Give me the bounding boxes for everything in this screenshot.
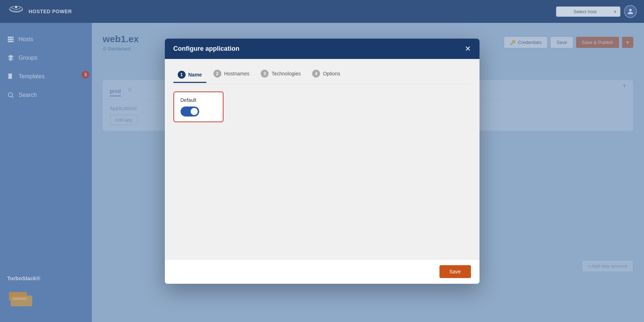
modal-close-button[interactable]: ✕ [465,45,471,52]
default-label: Default [181,97,216,103]
modal-tab-label-options: Options [323,71,340,76]
modal-tab-name[interactable]: 1 Name [173,69,206,83]
modal-tab-hostnames[interactable]: 2 Hostnames [209,68,254,80]
modal-tab-options[interactable]: 4 Options [308,68,344,80]
modal-body: 1 Name 2 Hostnames 3 Technologies 4 Opti… [165,59,480,259]
modal-header: Configure application ✕ [165,39,480,59]
modal-tab-label-name: Name [188,72,202,78]
modal-tab-technologies[interactable]: 3 Technologies [256,68,305,80]
modal-tab-num-4: 4 [312,70,320,78]
toggle-container [181,106,216,117]
modal-tab-label-technologies: Technologies [271,71,301,76]
modal-footer: Save [165,259,480,284]
modal-tab-num-2: 2 [213,70,221,78]
modal-tab-num-3: 3 [261,70,269,78]
default-card: Default [173,91,223,122]
modal-tab-label-hostnames: Hostnames [224,71,250,76]
modal-title: Configure application [173,45,240,53]
modal-save-button[interactable]: Save [439,265,471,278]
modal-tab-num-1: 1 [178,71,186,79]
modal-tabs: 1 Name 2 Hostnames 3 Technologies 4 Opti… [173,68,471,84]
configure-application-modal: Configure application ✕ 1 Name 2 Hostnam… [165,39,480,284]
default-toggle[interactable] [181,106,199,117]
